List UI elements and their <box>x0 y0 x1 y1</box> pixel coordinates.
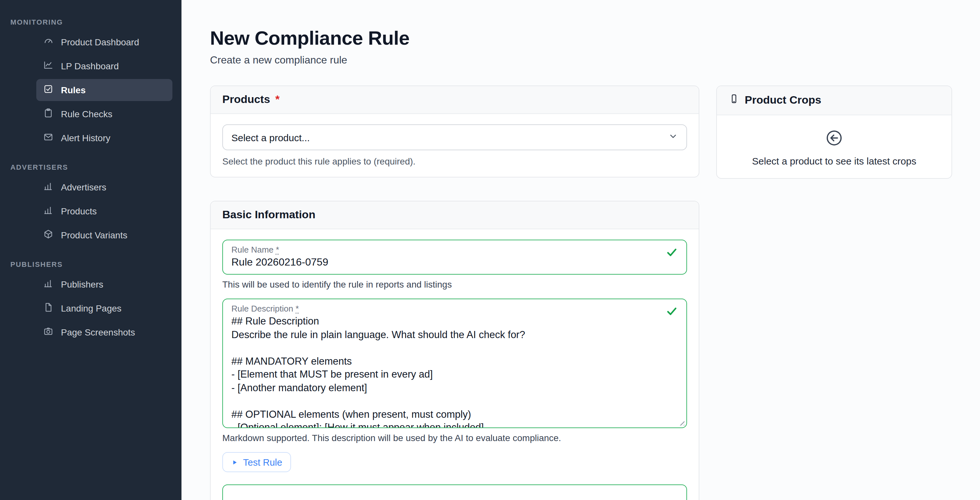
sidebar-item-label: Rules <box>61 85 86 95</box>
rule-name-input[interactable]: Rule 20260216-0759 <box>231 257 678 268</box>
chevron-down-icon <box>668 132 678 143</box>
gauge-icon <box>43 36 54 49</box>
valid-check-icon <box>666 246 678 259</box>
next-field-box[interactable] <box>222 484 687 500</box>
arrow-left-circle-icon <box>824 128 844 148</box>
sidebar-item-rule-checks[interactable]: Rule Checks <box>36 103 172 125</box>
product-select-helper: Select the product this rule applies to … <box>222 156 687 167</box>
sidebar-item-rules[interactable]: Rules <box>36 79 172 101</box>
basic-information-header: Basic Information <box>211 202 699 229</box>
package-icon <box>43 229 54 241</box>
envelope-icon <box>43 132 54 144</box>
page-subtitle: Create a new compliance rule <box>210 54 951 66</box>
sidebar-item-page-screenshots[interactable]: Page Screenshots <box>36 321 172 343</box>
product-select[interactable]: Select a product... <box>222 124 687 150</box>
sidebar-item-label: Page Screenshots <box>61 327 135 337</box>
bar-chart-icon <box>43 181 54 194</box>
product-crops-title: Product Crops <box>745 94 821 107</box>
sidebar-section-label: PUBLISHERS <box>10 260 181 268</box>
camera-icon <box>43 326 54 339</box>
test-rule-button[interactable]: Test Rule <box>222 452 291 472</box>
check-square-icon <box>43 84 54 97</box>
sidebar-item-label: Product Variants <box>61 230 127 240</box>
basic-information-card: Basic Information Rule Name * Rule 20260… <box>210 201 699 500</box>
rule-name-field[interactable]: Rule Name * Rule 20260216-0759 <box>222 240 687 275</box>
sidebar-item-publishers[interactable]: Publishers <box>36 273 172 295</box>
sidebar-item-label: Rule Checks <box>61 109 113 119</box>
products-card: Products * Select a product... Select th… <box>210 86 699 178</box>
sidebar-item-label: Products <box>61 206 97 216</box>
sidebar: MONITORING Product Dashboard LP Dashboar… <box>0 0 181 500</box>
page-title: New Compliance Rule <box>210 27 951 49</box>
required-asterisk: * <box>275 93 279 106</box>
sidebar-item-alert-history[interactable]: Alert History <box>36 127 172 149</box>
sidebar-item-label: LP Dashboard <box>61 61 119 71</box>
sidebar-section-label: MONITORING <box>10 18 181 26</box>
product-select-value: Select a product... <box>231 132 310 143</box>
valid-check-icon <box>666 305 678 317</box>
phone-icon <box>729 93 740 108</box>
sidebar-item-advertisers[interactable]: Advertisers <box>36 176 172 198</box>
rule-name-label: Rule Name * <box>231 245 678 254</box>
sidebar-item-label: Advertisers <box>61 182 106 192</box>
required-asterisk: * <box>296 304 299 313</box>
sidebar-item-product-variants[interactable]: Product Variants <box>36 224 172 246</box>
sidebar-item-label: Product Dashboard <box>61 37 139 47</box>
sidebar-section-label: ADVERTISERS <box>10 163 181 171</box>
app-window: MONITORING Product Dashboard LP Dashboar… <box>0 0 980 500</box>
test-rule-label: Test Rule <box>243 457 282 467</box>
products-card-header: Products * <box>211 86 699 114</box>
sidebar-section-monitoring: MONITORING Product Dashboard LP Dashboar… <box>0 18 181 149</box>
main-content: New Compliance Rule Create a new complia… <box>181 0 980 500</box>
clipboard-icon <box>43 108 54 121</box>
sidebar-item-product-dashboard[interactable]: Product Dashboard <box>36 31 172 53</box>
bar-chart-icon <box>43 205 54 217</box>
rule-description-textarea[interactable]: ## Rule Description Describe the rule in… <box>231 315 678 428</box>
sidebar-item-products[interactable]: Products <box>36 200 172 222</box>
sidebar-item-label: Publishers <box>61 279 103 289</box>
play-icon <box>231 457 238 467</box>
basic-information-title: Basic Information <box>222 208 315 222</box>
sidebar-section-publishers: PUBLISHERS Publishers Landing Pages Page… <box>0 260 181 343</box>
document-icon <box>43 302 54 315</box>
sidebar-section-advertisers: ADVERTISERS Advertisers Products Product… <box>0 163 181 246</box>
rule-description-label: Rule Description * <box>231 304 678 313</box>
sidebar-item-label: Alert History <box>61 133 110 143</box>
line-chart-icon <box>43 60 54 73</box>
textarea-resize-handle[interactable] <box>678 419 684 425</box>
sidebar-item-landing-pages[interactable]: Landing Pages <box>36 297 172 319</box>
sidebar-item-lp-dashboard[interactable]: LP Dashboard <box>36 55 172 77</box>
required-asterisk: * <box>276 245 279 254</box>
bar-chart-icon <box>43 278 54 291</box>
rule-description-field[interactable]: Rule Description * ## Rule Description D… <box>222 298 687 428</box>
sidebar-item-label: Landing Pages <box>61 303 121 313</box>
product-crops-header: Product Crops <box>717 86 951 115</box>
crops-empty-text: Select a product to see its latest crops <box>730 156 939 167</box>
rule-description-helper: Markdown supported. This description wil… <box>222 433 687 443</box>
product-crops-card: Product Crops Select a product to see it… <box>716 86 952 179</box>
products-card-title: Products <box>222 93 270 106</box>
rule-name-helper: This will be used to identify the rule i… <box>222 279 687 289</box>
